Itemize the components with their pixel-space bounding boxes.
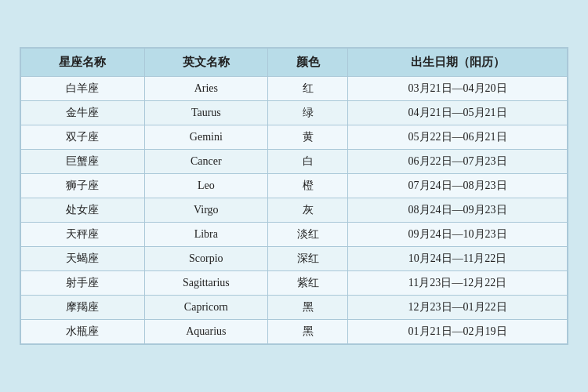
cell-english-name: Sagittarius — [144, 271, 268, 296]
col-header-english: 英文名称 — [144, 49, 268, 77]
cell-english-name: Aries — [144, 77, 268, 101]
cell-english-name: Taurus — [144, 101, 268, 125]
cell-color: 黑 — [268, 320, 348, 344]
cell-color: 黑 — [268, 296, 348, 320]
cell-chinese-name: 摩羯座 — [21, 296, 145, 320]
cell-dates: 01月21日—02月19日 — [348, 320, 568, 344]
cell-color: 淡红 — [268, 223, 348, 247]
cell-chinese-name: 天蝎座 — [21, 247, 145, 271]
cell-dates: 11月23日—12月22日 — [348, 271, 568, 296]
table-row: 水瓶座Aquarius黑01月21日—02月19日 — [21, 320, 568, 344]
cell-english-name: Gemini — [144, 125, 268, 150]
cell-color: 白 — [268, 150, 348, 174]
table-row: 巨蟹座Cancer白06月22日—07月23日 — [21, 150, 568, 174]
table-row: 摩羯座Capricorn黑12月23日—01月22日 — [21, 296, 568, 320]
cell-dates: 07月24日—08月23日 — [348, 174, 568, 198]
cell-english-name: Capricorn — [144, 296, 268, 320]
table-row: 天蝎座Scorpio深红10月24日—11月22日 — [21, 247, 568, 271]
cell-color: 黄 — [268, 125, 348, 150]
cell-dates: 04月21日—05月21日 — [348, 101, 568, 125]
cell-dates: 08月24日—09月23日 — [348, 198, 568, 223]
cell-chinese-name: 天秤座 — [21, 223, 145, 247]
cell-dates: 10月24日—11月22日 — [348, 247, 568, 271]
cell-english-name: Aquarius — [144, 320, 268, 344]
table-row: 天秤座Libra淡红09月24日—10月23日 — [21, 223, 568, 247]
cell-english-name: Leo — [144, 174, 268, 198]
cell-dates: 06月22日—07月23日 — [348, 150, 568, 174]
table-header-row: 星座名称 英文名称 颜色 出生日期（阳历） — [21, 49, 568, 77]
cell-english-name: Libra — [144, 223, 268, 247]
cell-chinese-name: 金牛座 — [21, 101, 145, 125]
zodiac-table: 星座名称 英文名称 颜色 出生日期（阳历） 白羊座Aries红03月21日—04… — [20, 47, 568, 345]
cell-chinese-name: 水瓶座 — [21, 320, 145, 344]
cell-chinese-name: 巨蟹座 — [21, 150, 145, 174]
cell-color: 绿 — [268, 101, 348, 125]
cell-english-name: Virgo — [144, 198, 268, 223]
cell-chinese-name: 处女座 — [21, 198, 145, 223]
table-row: 狮子座Leo橙07月24日—08月23日 — [21, 174, 568, 198]
table-row: 双子座Gemini黄05月22日—06月21日 — [21, 125, 568, 150]
cell-chinese-name: 双子座 — [21, 125, 145, 150]
cell-color: 深红 — [268, 247, 348, 271]
cell-color: 灰 — [268, 198, 348, 223]
cell-dates: 05月22日—06月21日 — [348, 125, 568, 150]
cell-dates: 03月21日—04月20日 — [348, 77, 568, 101]
cell-chinese-name: 白羊座 — [21, 77, 145, 101]
table-row: 白羊座Aries红03月21日—04月20日 — [21, 77, 568, 101]
cell-english-name: Cancer — [144, 150, 268, 174]
col-header-dates: 出生日期（阳历） — [348, 49, 568, 77]
cell-chinese-name: 射手座 — [21, 271, 145, 296]
col-header-chinese: 星座名称 — [21, 49, 145, 77]
table-row: 处女座Virgo灰08月24日—09月23日 — [21, 198, 568, 223]
cell-chinese-name: 狮子座 — [21, 174, 145, 198]
cell-color: 红 — [268, 77, 348, 101]
cell-color: 橙 — [268, 174, 348, 198]
table-row: 金牛座Taurus绿04月21日—05月21日 — [21, 101, 568, 125]
cell-color: 紫红 — [268, 271, 348, 296]
cell-english-name: Scorpio — [144, 247, 268, 271]
table-row: 射手座Sagittarius紫红11月23日—12月22日 — [21, 271, 568, 296]
cell-dates: 09月24日—10月23日 — [348, 223, 568, 247]
col-header-color: 颜色 — [268, 49, 348, 77]
cell-dates: 12月23日—01月22日 — [348, 296, 568, 320]
